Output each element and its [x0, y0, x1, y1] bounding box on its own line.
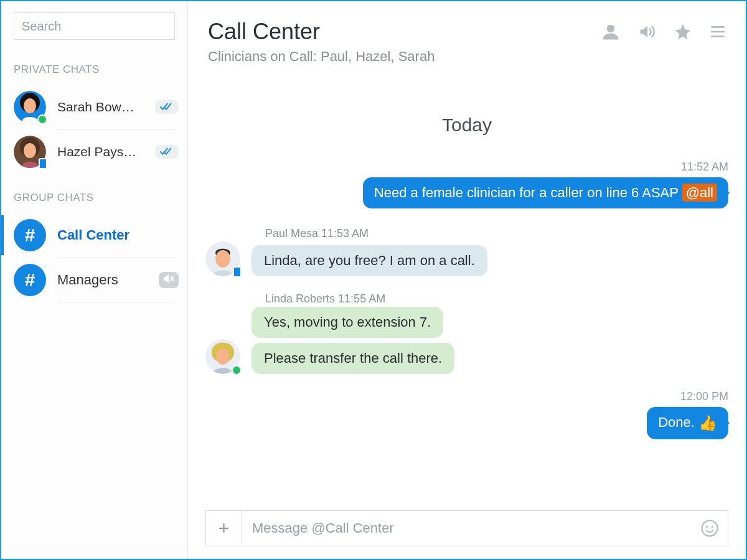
avatar: [14, 136, 46, 168]
chat-main: Call Center Clinicians on Call: Paul, Ha…: [188, 1, 746, 559]
app-frame: PRIVATE CHATS Sarah Bow… Hazel Pays… GRO…: [0, 0, 747, 560]
thumbs-up-icon: 👍: [698, 414, 717, 431]
group-name: Call Center: [57, 227, 179, 243]
group-chat-call-center[interactable]: # Call Center: [1, 213, 187, 258]
message-input[interactable]: [242, 511, 692, 546]
message-bubble[interactable]: Need a female clinician for a caller on …: [363, 177, 728, 208]
svg-point-5: [24, 143, 36, 158]
message-timestamp: 11:53 AM: [321, 227, 369, 240]
day-separator: Today: [205, 114, 728, 136]
emoji-button[interactable]: [692, 511, 728, 546]
message-bubble[interactable]: Please transfer the call there.: [251, 343, 454, 374]
chat-subtitle: Clinicians on Call: Paul, Hazel, Sarah: [208, 49, 601, 65]
composer-inner: +: [205, 510, 728, 546]
message-meta: Linda Roberts 11:55 AM: [265, 292, 728, 306]
members-icon[interactable]: [601, 22, 620, 44]
read-receipt-icon: [155, 100, 179, 114]
group-chats-heading: GROUP CHATS: [1, 174, 187, 213]
chat-title: Call Center: [208, 19, 601, 45]
mobile-status-badge: [233, 266, 242, 278]
sender-name: Paul Mesa: [265, 227, 318, 240]
message-text: Done.: [658, 414, 698, 430]
composer: +: [188, 510, 746, 559]
message-meta: Paul Mesa 11:53 AM: [265, 227, 728, 240]
svg-point-2: [24, 98, 36, 113]
message-text: Need a female clinician for a caller on …: [374, 185, 682, 200]
message-text: Please transfer the call there.: [264, 350, 442, 366]
search-input[interactable]: [14, 12, 175, 40]
message-text: Yes, moving to extension 7.: [264, 314, 431, 330]
svg-point-14: [712, 526, 713, 528]
audio-icon[interactable]: [637, 23, 656, 43]
avatar: [14, 91, 46, 123]
message-bubble[interactable]: Linda, are you free? I am on a call.: [251, 245, 487, 276]
message-text: Linda, are you free? I am on a call.: [264, 253, 475, 268]
svg-point-8: [215, 250, 230, 268]
chat-name: Sarah Bow…: [57, 100, 144, 114]
avatar: [205, 241, 240, 276]
messages-scroll[interactable]: Today 11:52 AM Need a female clinician f…: [188, 71, 746, 510]
mobile-status-badge: [39, 158, 47, 169]
message-timestamp: 11:55 AM: [338, 292, 385, 305]
star-icon[interactable]: [674, 22, 692, 44]
chat-name: Hazel Pays…: [57, 144, 144, 159]
svg-point-13: [706, 526, 708, 528]
message-bubble[interactable]: Yes, moving to extension 7.: [251, 307, 443, 338]
private-chat-sarah[interactable]: Sarah Bow…: [1, 85, 187, 129]
svg-point-12: [702, 521, 718, 536]
hash-icon: #: [14, 219, 46, 251]
header-actions: [601, 19, 726, 44]
online-status-badge: [232, 365, 242, 375]
group-name: Managers: [57, 272, 148, 288]
hash-icon: #: [14, 264, 46, 296]
message-row-outgoing: Done. 👍: [205, 407, 728, 439]
message-row-incoming: Linda, are you free? I am on a call.: [205, 241, 728, 276]
mention-tag: @all: [682, 184, 717, 202]
menu-icon[interactable]: [710, 24, 726, 42]
group-chat-managers[interactable]: # Managers: [1, 258, 187, 302]
sidebar: PRIVATE CHATS Sarah Bow… Hazel Pays… GRO…: [1, 1, 188, 559]
read-receipt-icon: [155, 145, 179, 159]
sender-name: Linda Roberts: [265, 292, 335, 305]
svg-point-6: [607, 25, 615, 33]
chat-header: Call Center Clinicians on Call: Paul, Ha…: [188, 1, 746, 71]
online-status-badge: [37, 114, 47, 124]
search-container: [1, 12, 187, 46]
message-row-incoming: Yes, moving to extension 7. Please trans…: [205, 307, 728, 374]
private-chat-hazel[interactable]: Hazel Pays…: [1, 129, 187, 174]
attach-button[interactable]: +: [206, 511, 242, 546]
message-timestamp: 12:00 PM: [205, 390, 728, 403]
muted-icon: [159, 272, 179, 288]
message-row-outgoing: Need a female clinician for a caller on …: [205, 177, 728, 208]
private-chats-heading: PRIVATE CHATS: [1, 46, 187, 85]
svg-point-11: [216, 348, 230, 365]
avatar: [205, 339, 240, 374]
message-bubble[interactable]: Done. 👍: [647, 407, 728, 439]
message-timestamp: 11:52 AM: [205, 161, 728, 174]
